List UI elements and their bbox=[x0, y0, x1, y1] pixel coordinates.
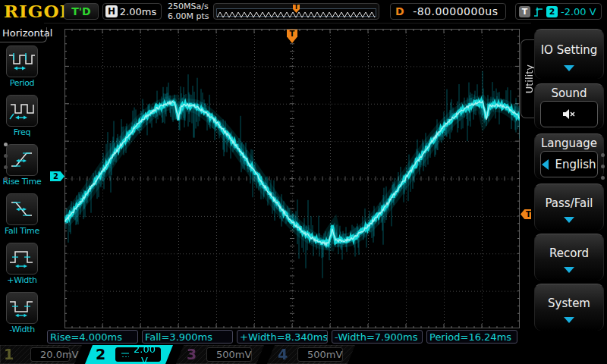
menu-item-freq[interactable]: Freq bbox=[0, 95, 44, 140]
trigger-label: T bbox=[519, 6, 530, 17]
rigol-logo: RIGOL bbox=[4, 1, 73, 21]
channel2-ground-marker[interactable]: 2 bbox=[50, 171, 64, 181]
chevron-down-icon bbox=[564, 65, 574, 71]
waveform-preview[interactable]: T bbox=[213, 3, 379, 20]
channel-1-number: 1 bbox=[4, 345, 14, 364]
channel-2-scale: 2.00 V bbox=[134, 344, 156, 364]
frequency-icon bbox=[8, 100, 36, 121]
horizontal-timebase-box[interactable]: H 2.00ms bbox=[102, 3, 162, 20]
delay-box[interactable]: D -80.0000000us bbox=[390, 3, 506, 20]
language-value: English bbox=[555, 158, 596, 171]
delay-label: D bbox=[395, 5, 404, 17]
channel-status-bar: 1 20.0mV 2 2.00 V 3 500mV bbox=[0, 345, 607, 364]
top-status-bar: RIGOL T'D H 2.00ms 250MSa/s 6.00M pts T … bbox=[0, 0, 607, 24]
sample-rate: 250MSa/s bbox=[168, 2, 209, 11]
channel-4-number: 4 bbox=[278, 345, 288, 364]
chevron-down-icon bbox=[564, 217, 574, 223]
record-button[interactable]: Record bbox=[534, 234, 604, 281]
coupling-icon bbox=[121, 351, 129, 359]
trigger-info-box[interactable]: T 2 -2.00 V bbox=[515, 3, 602, 20]
measurement-period: Period=16.24ms bbox=[426, 330, 517, 344]
delay-value: -80.0000000us bbox=[410, 5, 501, 17]
channel-4-scale: 500mV bbox=[307, 349, 342, 360]
pass-fail-button[interactable]: Pass/Fail bbox=[534, 184, 604, 231]
channel-3-scale-box: 500mV bbox=[206, 347, 252, 362]
channel-4-button[interactable]: 4 500mV bbox=[267, 345, 355, 364]
io-setting-button[interactable]: IO Setting bbox=[534, 29, 604, 79]
horizontal-measure-menu: Horizontal Period Freq Rise Time bbox=[0, 23, 44, 345]
channel-2-button[interactable]: 2 2.00 V bbox=[85, 345, 173, 364]
waveform-display bbox=[64, 29, 520, 328]
rising-edge-icon bbox=[533, 6, 543, 17]
channel-4-scale-box: 500mV bbox=[297, 347, 343, 362]
measurement-nwidth: -Width=7.900ms bbox=[332, 330, 423, 344]
waveform-preview-window: T bbox=[216, 8, 376, 17]
menu-item-period[interactable]: Period bbox=[0, 46, 44, 91]
channel-3-scale: 500mV bbox=[216, 349, 251, 360]
channel-2-number: 2 bbox=[96, 345, 105, 364]
menu-item-fall-time[interactable]: Fall Time bbox=[0, 193, 44, 239]
speaker-muted-icon bbox=[562, 108, 576, 120]
rise-time-icon bbox=[8, 149, 36, 171]
channel-2-scale-box: 2.00 V bbox=[115, 347, 161, 362]
measurement-pwidth: +Width=8.340ms bbox=[237, 330, 328, 344]
timebase-value: 2.00ms bbox=[118, 6, 159, 17]
period-icon bbox=[8, 51, 36, 72]
utility-tab-label: Utility bbox=[524, 64, 535, 93]
channel-3-number: 3 bbox=[187, 345, 197, 364]
system-button[interactable]: System bbox=[534, 284, 604, 331]
chevron-down-icon bbox=[564, 317, 574, 323]
measurement-rise: Rise=4.000ms bbox=[47, 330, 138, 344]
oscilloscope-screen: { "top_bar": { "logo": "RIGOL", "trigger… bbox=[0, 0, 607, 364]
trigger-source-badge: 2 bbox=[546, 6, 558, 17]
horizontal-label: H bbox=[105, 5, 118, 17]
fall-time-icon bbox=[8, 199, 36, 220]
waveform-trace bbox=[64, 29, 520, 328]
chevron-left-icon bbox=[542, 159, 549, 170]
channel-1-scale-box: 20.0mV bbox=[30, 347, 70, 362]
sound-button[interactable]: Sound bbox=[534, 83, 604, 129]
menu-title: Horizontal bbox=[0, 27, 47, 42]
positive-width-icon bbox=[8, 248, 36, 269]
acquisition-info: 250MSa/s 6.00M pts bbox=[168, 2, 209, 21]
chevron-down-icon bbox=[564, 267, 574, 273]
measurement-fall: Fall=3.900ms bbox=[142, 330, 233, 344]
menu-item-neg-width[interactable]: -Width bbox=[0, 292, 44, 337]
channel-3-button[interactable]: 3 500mV bbox=[176, 345, 264, 364]
memory-depth: 6.00M pts bbox=[168, 11, 209, 21]
trigger-status-badge: T'D bbox=[64, 3, 99, 20]
language-button[interactable]: Language English bbox=[534, 133, 604, 179]
channel-1-button[interactable]: 1 20.0mV bbox=[0, 345, 82, 364]
menu-item-pos-width[interactable]: +Width bbox=[0, 243, 44, 288]
trigger-level-value: -2.00 V bbox=[561, 6, 596, 17]
negative-width-icon bbox=[8, 297, 36, 318]
channel-1-scale: 20.0mV bbox=[40, 349, 79, 360]
